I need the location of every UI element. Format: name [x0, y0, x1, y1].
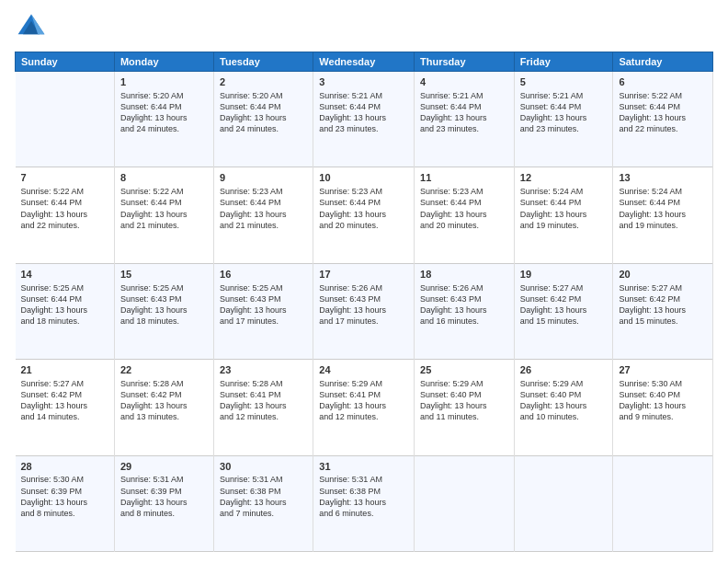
calendar-cell: 31Sunrise: 5:31 AMSunset: 6:38 PMDayligh… — [313, 455, 415, 551]
calendar-cell: 20Sunrise: 5:27 AMSunset: 6:42 PMDayligh… — [613, 263, 713, 359]
calendar-cell: 13Sunrise: 5:24 AMSunset: 6:44 PMDayligh… — [613, 167, 713, 263]
calendar-cell: 30Sunrise: 5:31 AMSunset: 6:38 PMDayligh… — [214, 455, 313, 551]
week-row-2: 14Sunrise: 5:25 AMSunset: 6:44 PMDayligh… — [16, 263, 713, 359]
day-content: Sunrise: 5:31 AMSunset: 6:39 PMDaylight:… — [120, 474, 208, 519]
calendar-cell: 9Sunrise: 5:23 AMSunset: 6:44 PMDaylight… — [214, 167, 313, 263]
day-content: Sunrise: 5:27 AMSunset: 6:42 PMDaylight:… — [520, 282, 608, 327]
header-day-wednesday: Wednesday — [313, 52, 415, 72]
day-number: 23 — [220, 363, 307, 377]
calendar-cell: 27Sunrise: 5:30 AMSunset: 6:40 PMDayligh… — [613, 360, 713, 455]
day-number: 17 — [319, 268, 408, 282]
calendar-cell: 15Sunrise: 5:25 AMSunset: 6:43 PMDayligh… — [114, 263, 213, 359]
calendar-header: SundayMondayTuesdayWednesdayThursdayFrid… — [16, 52, 713, 72]
page: SundayMondayTuesdayWednesdayThursdayFrid… — [0, 0, 728, 563]
header-day-thursday: Thursday — [415, 52, 515, 72]
day-number: 21 — [21, 363, 108, 377]
day-number: 4 — [420, 75, 508, 89]
day-content: Sunrise: 5:21 AMSunset: 6:44 PMDaylight:… — [319, 90, 408, 135]
day-number: 30 — [220, 460, 307, 474]
day-content: Sunrise: 5:23 AMSunset: 6:44 PMDaylight:… — [420, 186, 508, 231]
day-number: 26 — [520, 363, 608, 377]
day-number: 10 — [319, 171, 408, 185]
day-content: Sunrise: 5:21 AMSunset: 6:44 PMDaylight:… — [420, 90, 508, 135]
calendar-body: 1Sunrise: 5:20 AMSunset: 6:44 PMDaylight… — [16, 72, 713, 552]
header-day-tuesday: Tuesday — [214, 52, 313, 72]
day-content: Sunrise: 5:26 AMSunset: 6:43 PMDaylight:… — [420, 282, 508, 327]
generalblue-logo-icon — [15, 11, 48, 44]
header-day-saturday: Saturday — [613, 52, 713, 72]
calendar-cell: 10Sunrise: 5:23 AMSunset: 6:44 PMDayligh… — [313, 167, 415, 263]
day-number: 28 — [21, 460, 108, 474]
day-number: 29 — [120, 460, 208, 474]
day-content: Sunrise: 5:20 AMSunset: 6:44 PMDaylight:… — [120, 90, 208, 135]
logo — [15, 11, 51, 44]
day-number: 20 — [619, 268, 707, 282]
day-number: 24 — [319, 363, 408, 377]
day-content: Sunrise: 5:30 AMSunset: 6:39 PMDaylight:… — [21, 474, 108, 519]
calendar-cell: 3Sunrise: 5:21 AMSunset: 6:44 PMDaylight… — [313, 72, 415, 167]
day-content: Sunrise: 5:31 AMSunset: 6:38 PMDaylight:… — [319, 474, 408, 519]
day-number: 6 — [619, 75, 707, 89]
calendar-cell: 2Sunrise: 5:20 AMSunset: 6:44 PMDaylight… — [214, 72, 313, 167]
day-content: Sunrise: 5:27 AMSunset: 6:42 PMDaylight:… — [619, 282, 707, 327]
day-number: 11 — [420, 171, 508, 185]
day-content: Sunrise: 5:24 AMSunset: 6:44 PMDaylight:… — [520, 186, 608, 231]
day-content: Sunrise: 5:23 AMSunset: 6:44 PMDaylight:… — [319, 186, 408, 231]
calendar-cell: 29Sunrise: 5:31 AMSunset: 6:39 PMDayligh… — [114, 455, 213, 551]
day-content: Sunrise: 5:31 AMSunset: 6:38 PMDaylight:… — [220, 474, 307, 519]
day-number: 1 — [120, 75, 208, 89]
day-content: Sunrise: 5:28 AMSunset: 6:41 PMDaylight:… — [220, 378, 307, 423]
day-number: 16 — [220, 268, 307, 282]
day-number: 8 — [120, 171, 208, 185]
calendar-cell: 1Sunrise: 5:20 AMSunset: 6:44 PMDaylight… — [114, 72, 213, 167]
week-row-0: 1Sunrise: 5:20 AMSunset: 6:44 PMDaylight… — [16, 72, 713, 167]
day-number: 25 — [420, 363, 508, 377]
calendar-cell — [613, 455, 713, 551]
week-row-4: 28Sunrise: 5:30 AMSunset: 6:39 PMDayligh… — [16, 455, 713, 551]
calendar-cell: 8Sunrise: 5:22 AMSunset: 6:44 PMDaylight… — [114, 167, 213, 263]
calendar-cell: 6Sunrise: 5:22 AMSunset: 6:44 PMDaylight… — [613, 72, 713, 167]
header-day-sunday: Sunday — [16, 52, 115, 72]
calendar-cell — [16, 72, 115, 167]
calendar-cell: 24Sunrise: 5:29 AMSunset: 6:41 PMDayligh… — [313, 360, 415, 455]
calendar-cell: 7Sunrise: 5:22 AMSunset: 6:44 PMDaylight… — [16, 167, 115, 263]
header-day-friday: Friday — [514, 52, 613, 72]
day-content: Sunrise: 5:29 AMSunset: 6:40 PMDaylight:… — [420, 378, 508, 423]
day-number: 13 — [619, 171, 707, 185]
day-content: Sunrise: 5:26 AMSunset: 6:43 PMDaylight:… — [319, 282, 408, 327]
calendar-cell: 14Sunrise: 5:25 AMSunset: 6:44 PMDayligh… — [16, 263, 115, 359]
day-content: Sunrise: 5:22 AMSunset: 6:44 PMDaylight:… — [21, 186, 108, 231]
day-content: Sunrise: 5:21 AMSunset: 6:44 PMDaylight:… — [520, 90, 608, 135]
calendar-cell: 26Sunrise: 5:29 AMSunset: 6:40 PMDayligh… — [514, 360, 613, 455]
day-content: Sunrise: 5:25 AMSunset: 6:43 PMDaylight:… — [220, 282, 307, 327]
week-row-3: 21Sunrise: 5:27 AMSunset: 6:42 PMDayligh… — [16, 360, 713, 455]
calendar-cell: 25Sunrise: 5:29 AMSunset: 6:40 PMDayligh… — [415, 360, 515, 455]
day-content: Sunrise: 5:20 AMSunset: 6:44 PMDaylight:… — [220, 90, 307, 135]
day-number: 12 — [520, 171, 608, 185]
day-number: 2 — [220, 75, 307, 89]
calendar-cell: 22Sunrise: 5:28 AMSunset: 6:42 PMDayligh… — [114, 360, 213, 455]
day-content: Sunrise: 5:27 AMSunset: 6:42 PMDaylight:… — [21, 378, 108, 423]
week-row-1: 7Sunrise: 5:22 AMSunset: 6:44 PMDaylight… — [16, 167, 713, 263]
day-number: 5 — [520, 75, 608, 89]
calendar-cell — [415, 455, 515, 551]
day-number: 3 — [319, 75, 408, 89]
day-number: 19 — [520, 268, 608, 282]
day-content: Sunrise: 5:29 AMSunset: 6:40 PMDaylight:… — [520, 378, 608, 423]
calendar-cell: 21Sunrise: 5:27 AMSunset: 6:42 PMDayligh… — [16, 360, 115, 455]
day-content: Sunrise: 5:28 AMSunset: 6:42 PMDaylight:… — [120, 378, 208, 423]
day-number: 7 — [21, 171, 108, 185]
calendar-cell: 28Sunrise: 5:30 AMSunset: 6:39 PMDayligh… — [16, 455, 115, 551]
day-content: Sunrise: 5:30 AMSunset: 6:40 PMDaylight:… — [619, 378, 707, 423]
day-content: Sunrise: 5:29 AMSunset: 6:41 PMDaylight:… — [319, 378, 408, 423]
calendar-cell: 11Sunrise: 5:23 AMSunset: 6:44 PMDayligh… — [415, 167, 515, 263]
calendar-cell: 16Sunrise: 5:25 AMSunset: 6:43 PMDayligh… — [214, 263, 313, 359]
day-content: Sunrise: 5:22 AMSunset: 6:44 PMDaylight:… — [619, 90, 707, 135]
day-number: 22 — [120, 363, 208, 377]
day-content: Sunrise: 5:24 AMSunset: 6:44 PMDaylight:… — [619, 186, 707, 231]
day-number: 15 — [120, 268, 208, 282]
header-day-monday: Monday — [114, 52, 213, 72]
calendar-cell: 4Sunrise: 5:21 AMSunset: 6:44 PMDaylight… — [415, 72, 515, 167]
calendar-cell: 17Sunrise: 5:26 AMSunset: 6:43 PMDayligh… — [313, 263, 415, 359]
header-row: SundayMondayTuesdayWednesdayThursdayFrid… — [16, 52, 713, 72]
